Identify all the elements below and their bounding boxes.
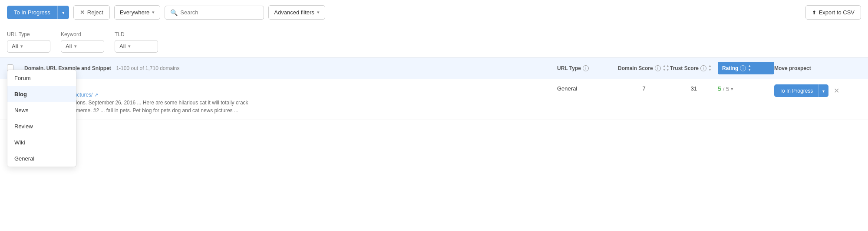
trust-score-value: 31 <box>691 85 697 92</box>
reject-x-icon: ✕ <box>80 9 85 16</box>
url-type-filter: URL Type All ▾ <box>7 31 50 53</box>
rating-total: / 5 <box>723 86 729 92</box>
domain-url[interactable]: npets.com/funny-cat-pictures/ ↗ <box>24 92 557 98</box>
advanced-filters-caret-icon: ▾ <box>317 10 320 15</box>
trust-score-info-icon[interactable]: i <box>700 65 706 71</box>
move-caret-icon: ▾ <box>822 89 825 94</box>
header-domain-col: Domain, URL Example and Snippet 1-100 ou… <box>24 65 557 71</box>
move-main-button[interactable]: To In Progress <box>774 84 818 97</box>
url-type-caret-icon: ▾ <box>20 44 23 49</box>
tld-caret-icon: ▾ <box>128 44 131 49</box>
domain-score-header-label: Domain Score <box>618 65 653 71</box>
move-caret-button[interactable]: ▾ <box>818 84 828 97</box>
rating-caret-icon[interactable]: ▾ <box>731 86 733 92</box>
row-domain-score-col: 7 <box>618 84 670 92</box>
row-domain-col: .com npets.com/funny-cat-pictures/ ↗ Cat… <box>24 84 557 114</box>
url-type-header-label: URL Type <box>557 65 581 71</box>
rating-value: 5 <box>718 85 721 92</box>
everywhere-label: Everywhere <box>120 9 150 16</box>
rating-sort-desc-icon: ▼ <box>748 68 751 72</box>
trust-score-sort[interactable]: ▲ ▼ <box>708 64 712 72</box>
sort-asc-icon: ▲ <box>663 64 670 68</box>
caret-icon: ▾ <box>62 10 65 15</box>
filters-row: URL Type All ▾ Keyword All ▾ TLD All ▾ <box>0 25 868 57</box>
keyword-select[interactable]: All ▾ <box>61 40 104 53</box>
keyword-filter: Keyword All ▾ <box>61 31 104 53</box>
sort-desc-icon: ▼ <box>663 68 670 72</box>
search-box: 🔍 <box>165 6 264 20</box>
url-type-select[interactable]: All ▾ <box>7 40 50 53</box>
dropdown-item-news[interactable]: News <box>7 102 76 118</box>
url-type-dropdown-overlay: Forum Blog News Review Wiki General <box>7 70 76 120</box>
reject-button[interactable]: ✕ Reject <box>73 5 110 20</box>
search-input[interactable] <box>180 9 258 16</box>
to-in-progress-group: To In Progress ▾ <box>7 6 69 19</box>
row-rating-col: 5 / 5 ▾ <box>718 84 774 92</box>
dropdown-item-review[interactable]: Review <box>7 118 76 120</box>
everywhere-caret-icon: ▾ <box>152 10 155 15</box>
dropdown-item-blog[interactable]: Blog <box>7 86 76 102</box>
dropdown-item-forum[interactable]: Forum <box>7 70 76 86</box>
tld-select[interactable]: All ▾ <box>115 40 158 53</box>
header-url-type-col: URL Type i <box>557 65 618 71</box>
domain-count-label: 1-100 out of 1,710 domains <box>116 65 179 71</box>
table-header: Domain, URL Example and Snippet 1-100 ou… <box>0 57 868 79</box>
keyword-caret-icon: ▾ <box>74 44 77 49</box>
url-type-value: General <box>557 85 577 92</box>
trust-sort-asc-icon: ▲ <box>708 64 712 68</box>
to-in-progress-button[interactable]: To In Progress <box>7 6 57 19</box>
export-label: Export to CSV <box>819 9 855 16</box>
keyword-label: Keyword <box>61 31 104 37</box>
header-rating-col: Rating i ▲ ▼ <box>718 62 774 74</box>
to-in-progress-caret[interactable]: ▾ <box>57 6 69 19</box>
trust-score-header-label: Trust Score <box>670 65 699 71</box>
row-close-button[interactable]: ✕ <box>832 85 841 97</box>
url-type-info-icon[interactable]: i <box>583 65 589 71</box>
rating-info-icon[interactable]: i <box>740 65 746 71</box>
url-type-label: URL Type <box>7 31 50 37</box>
row-trust-score-col: 31 <box>670 84 718 92</box>
export-icon: ⬆ <box>812 10 816 16</box>
row-move-col: To In Progress ▾ ✕ <box>774 84 861 97</box>
domain-main: .com <box>24 84 557 91</box>
url-type-value: All <box>12 43 18 50</box>
header-move-col: Move prospect <box>774 65 861 71</box>
domain-score-sort[interactable]: ▲ ▼ <box>663 64 670 72</box>
trust-sort-desc-icon: ▼ <box>708 68 712 72</box>
tld-value: All <box>119 43 125 50</box>
domain-score-value: 7 <box>642 85 645 92</box>
everywhere-dropdown[interactable]: Everywhere ▾ <box>114 5 161 20</box>
external-link-icon: ↗ <box>94 92 98 98</box>
header-trust-score-col: Trust Score i ▲ ▼ <box>670 64 718 72</box>
keyword-value: All <box>66 43 72 50</box>
tld-filter: TLD All ▾ <box>115 31 158 53</box>
tld-label: TLD <box>115 31 158 37</box>
row-url-type-col: General <box>557 84 618 92</box>
table-row: .com npets.com/funny-cat-pictures/ ↗ Cat… <box>0 79 868 120</box>
move-prospect-header-label: Move prospect <box>774 65 811 71</box>
advanced-filters-label: Advanced filters <box>274 9 314 16</box>
move-button-group: To In Progress ▾ <box>774 84 828 97</box>
header-domain-score-col: Domain Score i ▲ ▼ <box>618 64 670 72</box>
search-icon: 🔍 <box>170 9 178 16</box>
toolbar: To In Progress ▾ ✕ Reject Everywhere ▾ 🔍… <box>0 0 868 25</box>
domain-score-info-icon[interactable]: i <box>655 65 661 71</box>
reject-label: Reject <box>87 9 103 16</box>
rating-header-label: Rating <box>722 65 738 71</box>
export-button[interactable]: ⬆ Export to CSV <box>805 5 861 20</box>
advanced-filters-button[interactable]: Advanced filters ▾ <box>268 5 325 20</box>
rating-sort-asc-icon: ▲ <box>748 64 751 68</box>
rating-sort[interactable]: ▲ ▼ <box>748 64 751 72</box>
